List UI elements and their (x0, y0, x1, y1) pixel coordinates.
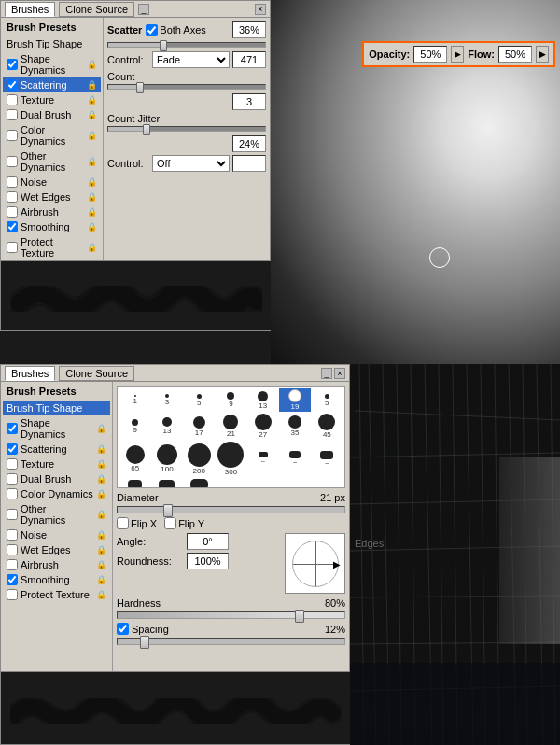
count-jitter-value[interactable] (232, 135, 266, 152)
top-tab-clone-source[interactable]: Clone Source (59, 2, 134, 17)
bottom-item-shape-dyn[interactable]: Shape Dynamics 🔒 (3, 415, 110, 442)
brush-item-tip-shape[interactable]: Brush Tip Shape (3, 36, 101, 51)
tip-3[interactable]: 3 (151, 388, 182, 412)
flip-x-label[interactable]: Flip X (117, 517, 157, 529)
tip-300[interactable]: 300 (216, 441, 246, 477)
scatter-value-input[interactable] (232, 21, 266, 38)
count-jitter-ctrl-num[interactable] (232, 155, 266, 172)
brush-item-scattering[interactable]: Scattering 🔒 (3, 77, 101, 92)
dual-brush-checkbox[interactable] (7, 109, 18, 120)
brush-item-dual[interactable]: Dual Brush 🔒 (3, 107, 101, 122)
spacing-checkbox[interactable] (117, 623, 129, 635)
tip-sp1[interactable]: ~ (247, 441, 278, 477)
b-noise-cb[interactable] (7, 529, 18, 541)
hardness-slider[interactable] (117, 611, 345, 619)
b-texture-cb[interactable] (7, 458, 18, 470)
b-scatter-cb[interactable] (7, 443, 18, 455)
bottom-item-scatter[interactable]: Scattering 🔒 (3, 442, 110, 457)
tip-9a[interactable]: 9 (216, 388, 246, 412)
bottom-panel-minimize[interactable]: _ (321, 368, 332, 379)
tip-1[interactable]: 1 (119, 388, 150, 412)
top-tab-brushes[interactable]: Brushes (5, 2, 55, 17)
protect-tex-checkbox[interactable] (7, 242, 18, 253)
brush-item-protect-tex[interactable]: Protect Texture 🔒 (3, 234, 101, 260)
tip-27[interactable]: 27 (247, 413, 278, 440)
brush-item-shape-dyn[interactable]: Shape Dynamics 🔒 (3, 51, 101, 77)
b-other-cb[interactable] (7, 509, 18, 520)
scatter-slider[interactable] (107, 42, 266, 48)
brush-item-noise[interactable]: Noise 🔒 (3, 175, 101, 190)
count-value[interactable] (232, 93, 266, 110)
bottom-item-texture[interactable]: Texture 🔒 (3, 457, 110, 471)
brush-item-other-dyn[interactable]: Other Dynamics 🔒 (3, 148, 101, 175)
brush-item-color-dyn[interactable]: Color Dynamics 🔒 (3, 122, 101, 148)
bottom-panel-close[interactable]: × (334, 368, 345, 379)
texture-checkbox[interactable] (7, 94, 18, 105)
diameter-slider[interactable] (117, 506, 345, 513)
bottom-item-noise[interactable]: Noise 🔒 (3, 527, 110, 542)
both-axes-checkbox[interactable] (146, 24, 158, 36)
tip-sp5[interactable]: ~ (151, 478, 182, 488)
b-dual-cb[interactable] (7, 473, 18, 485)
crosshair-box[interactable]: ▶ (285, 533, 345, 594)
brush-item-wet-edges[interactable]: Wet Edges 🔒 (3, 190, 101, 204)
scatter-ctrl-num[interactable] (232, 51, 266, 68)
airbrush-checkbox[interactable] (7, 206, 18, 218)
brush-item-airbrush[interactable]: Airbrush 🔒 (3, 204, 101, 219)
tip-17[interactable]: 17 (184, 413, 215, 440)
flow-arrow[interactable]: ▶ (536, 46, 549, 63)
bottom-item-color-dyn[interactable]: Color Dynamics 🔒 (3, 486, 110, 501)
bottom-tab-clone-source[interactable]: Clone Source (59, 366, 134, 381)
shape-dynamics-checkbox[interactable] (7, 59, 18, 70)
bottom-item-air[interactable]: Airbrush 🔒 (3, 557, 110, 572)
brush-item-smoothing[interactable]: Smoothing 🔒 (3, 219, 101, 234)
tip-13a[interactable]: 13 (247, 388, 278, 412)
tip-5b[interactable]: 5 (312, 388, 343, 412)
b-wet-cb[interactable] (7, 544, 18, 555)
flip-x-checkbox[interactable] (117, 517, 129, 529)
top-panel-minimize[interactable]: _ (138, 4, 149, 15)
tip-21[interactable]: 21 (216, 413, 246, 440)
tip-sp3[interactable]: ~ (312, 441, 343, 477)
tip-13b[interactable]: 13 (151, 413, 182, 440)
scatter-control-dropdown[interactable]: Fade Off (152, 51, 230, 68)
flip-y-checkbox[interactable] (164, 517, 176, 529)
tip-100[interactable]: 100 (151, 441, 182, 477)
b-shape-dyn-cb[interactable] (7, 423, 18, 434)
bottom-item-other-dyn[interactable]: Other Dynamics 🔒 (3, 501, 110, 527)
count-jitter-slider[interactable] (107, 126, 266, 132)
top-panel-close[interactable]: × (255, 4, 266, 15)
tip-35[interactable]: 35 (279, 413, 310, 440)
spacing-slider[interactable] (117, 638, 345, 645)
count-jitter-ctrl-dropdown[interactable]: Off Fade (152, 155, 230, 172)
opacity-arrow[interactable]: ▶ (451, 46, 464, 63)
tip-65[interactable]: 65 (119, 441, 150, 477)
b-air-cb[interactable] (7, 559, 18, 570)
tip-sp4[interactable]: ~ (119, 478, 150, 488)
brush-item-texture[interactable]: Texture 🔒 (3, 92, 101, 107)
smoothing-checkbox[interactable] (7, 221, 18, 232)
bottom-tab-brushes[interactable]: Brushes (5, 366, 55, 381)
count-slider[interactable] (107, 84, 266, 90)
tip-9b[interactable]: 9 (119, 413, 150, 440)
scattering-checkbox[interactable] (7, 79, 18, 91)
tip-200[interactable]: 200 (184, 441, 215, 477)
noise-checkbox[interactable] (7, 176, 18, 188)
flip-y-label[interactable]: Flip Y (164, 517, 204, 529)
bottom-brush-item-tip-shape[interactable]: Brush Tip Shape (3, 401, 110, 415)
tip-sp2[interactable]: ~ (279, 441, 310, 477)
roundness-input[interactable] (187, 553, 229, 569)
b-color-cb[interactable] (7, 488, 18, 499)
angle-input[interactable] (187, 533, 229, 550)
b-protect-cb[interactable] (7, 589, 18, 600)
b-smooth-cb[interactable] (7, 574, 18, 585)
both-axes-label[interactable]: Both Axes (146, 24, 206, 36)
other-dyn-checkbox[interactable] (7, 156, 18, 167)
bottom-item-smooth[interactable]: Smoothing 🔒 (3, 572, 110, 587)
bottom-item-wet[interactable]: Wet Edges 🔒 (3, 542, 110, 557)
bottom-item-protect[interactable]: Protect Texture 🔒 (3, 587, 110, 602)
tip-19[interactable]: 19 (279, 388, 310, 412)
color-dyn-checkbox[interactable] (7, 130, 18, 141)
spacing-label-row[interactable]: Spacing (117, 623, 169, 635)
wet-edges-checkbox[interactable] (7, 191, 18, 203)
